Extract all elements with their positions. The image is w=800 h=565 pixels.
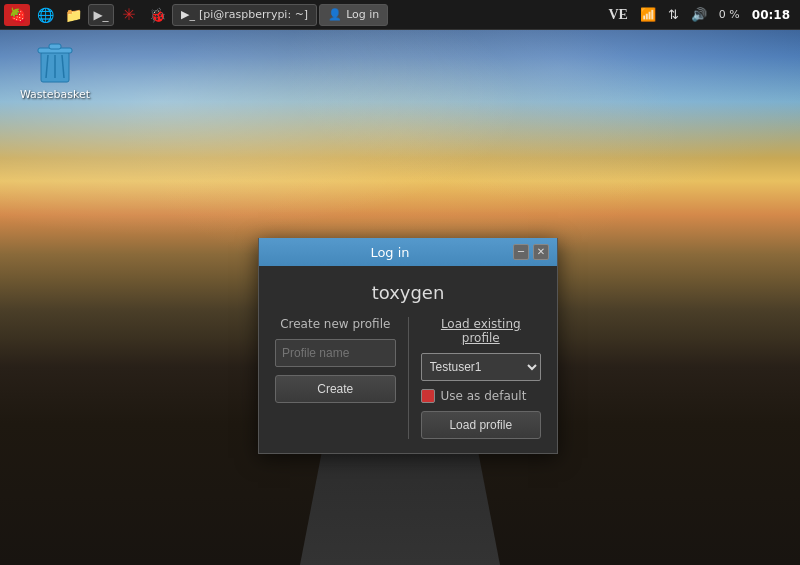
column-divider	[408, 317, 409, 439]
use-default-row: Use as default	[421, 389, 542, 403]
use-default-label: Use as default	[441, 389, 527, 403]
use-default-checkbox[interactable]	[421, 389, 435, 403]
dialog-overlay: Log in ─ ✕ toxygen C	[0, 0, 800, 565]
load-profile-column: Load existing profile Testuser1 Use as d…	[421, 317, 542, 439]
profile-dropdown[interactable]: Testuser1	[421, 353, 542, 381]
desktop: Wastebasket Log in ─ ✕ toxygen	[0, 0, 800, 565]
dialog-title: Log in	[267, 245, 513, 260]
dialog-columns: Create new profile Create Load existing …	[275, 317, 541, 439]
minimize-button[interactable]: ─	[513, 244, 529, 260]
close-button[interactable]: ✕	[533, 244, 549, 260]
app-name: toxygen	[275, 282, 541, 303]
profile-name-input[interactable]	[275, 339, 396, 367]
dialog-controls: ─ ✕	[513, 244, 549, 260]
load-profile-header: Load existing profile	[421, 317, 542, 345]
load-profile-button[interactable]: Load profile	[421, 411, 542, 439]
dialog-content: toxygen Create new profile Create	[259, 266, 557, 453]
login-dialog: Log in ─ ✕ toxygen C	[258, 238, 558, 454]
create-button[interactable]: Create	[275, 375, 396, 403]
create-profile-column: Create new profile Create	[275, 317, 396, 439]
dialog-titlebar: Log in ─ ✕	[259, 238, 557, 266]
create-profile-header: Create new profile	[275, 317, 396, 331]
